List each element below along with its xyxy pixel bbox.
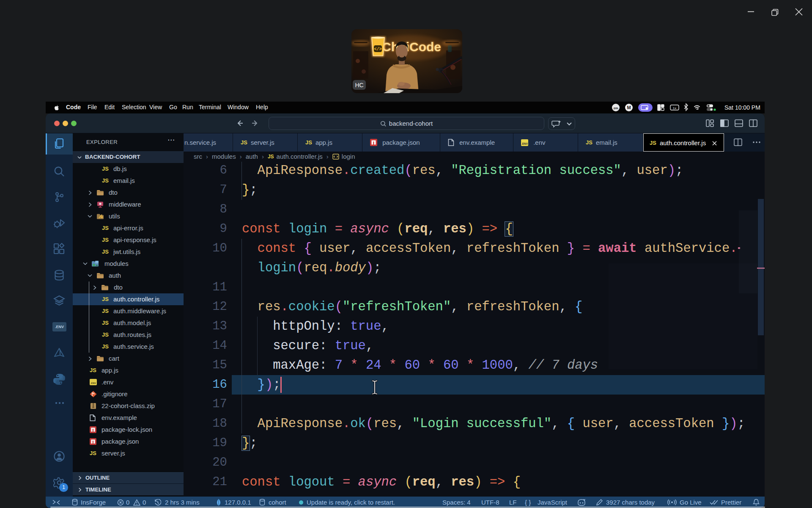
svg-text:1x: 1x — [673, 106, 676, 110]
svg-text:M: M — [627, 105, 631, 110]
svg-text:HC: HC — [355, 82, 363, 88]
svg-text:.ENV: .ENV — [521, 142, 528, 145]
svg-text:</>: </> — [374, 47, 381, 52]
svg-text:ChaiCode: ChaiCode — [382, 40, 441, 54]
svg-text:zm: zm — [613, 106, 618, 110]
svg-text:Sat 10:00 PM: Sat 10:00 PM — [724, 104, 760, 111]
